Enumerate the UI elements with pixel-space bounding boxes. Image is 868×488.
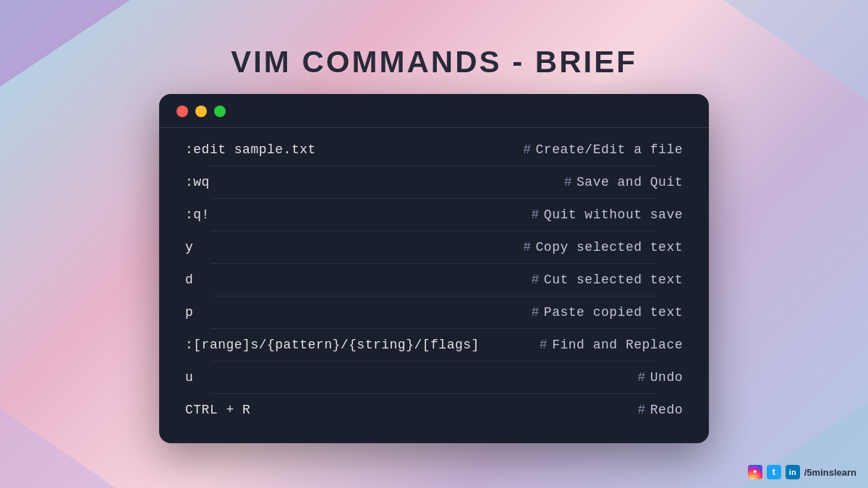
command-comment: #Redo <box>637 403 683 417</box>
bg-decoration-tl <box>0 0 130 87</box>
command-text: y <box>185 240 193 254</box>
social-footer: ● t in /5minslearn <box>748 465 856 479</box>
terminal-header <box>159 94 709 128</box>
table-row: p #Paste copied text <box>185 296 683 328</box>
command-text: CTRL + R <box>185 403 250 417</box>
terminal-window: :edit sample.txt #Create/Edit a file :wq… <box>159 94 709 443</box>
command-comment: #Paste copied text <box>532 305 683 320</box>
twitter-icon[interactable]: t <box>767 465 781 479</box>
table-row: :edit sample.txt #Create/Edit a file <box>185 134 683 166</box>
command-comment: #Save and Quit <box>564 175 683 189</box>
command-comment: #Undo <box>637 370 683 385</box>
minimize-dot[interactable] <box>195 106 207 117</box>
bg-decoration-tr <box>723 0 868 101</box>
command-text: u <box>185 370 193 385</box>
command-comment: #Find and Replace <box>540 338 683 352</box>
command-text: :wq <box>185 175 210 189</box>
page-title: VIM COMMANDS - BRIEF <box>231 45 637 80</box>
table-row: y #Copy selected text <box>185 231 683 263</box>
table-row: u #Undo <box>185 361 683 393</box>
command-comment: #Quit without save <box>532 207 683 222</box>
command-text: d <box>185 273 193 287</box>
table-row: CTRL + R #Redo <box>185 394 683 426</box>
command-text: :edit sample.txt <box>185 142 316 157</box>
linkedin-icon[interactable]: in <box>786 465 800 479</box>
maximize-dot[interactable] <box>214 106 226 117</box>
close-dot[interactable] <box>176 106 188 117</box>
table-row: :[range]s/{pattern}/{string}/[flags] #Fi… <box>185 329 683 361</box>
table-row: :wq #Save and Quit <box>185 166 683 198</box>
command-comment: #Cut selected text <box>532 273 683 287</box>
bg-decoration-bl <box>0 408 116 488</box>
social-handle: /5minslearn <box>804 467 856 478</box>
table-row: d #Cut selected text <box>185 264 683 296</box>
command-text: p <box>185 305 193 320</box>
table-row: :q! #Quit without save <box>185 199 683 231</box>
command-text: :[range]s/{pattern}/{string}/[flags] <box>185 338 480 352</box>
instagram-icon[interactable]: ● <box>748 465 762 479</box>
command-comment: #Create/Edit a file <box>523 142 683 157</box>
command-text: :q! <box>185 207 210 222</box>
command-comment: #Copy selected text <box>523 240 683 254</box>
commands-table: :edit sample.txt #Create/Edit a file :wq… <box>159 128 709 426</box>
